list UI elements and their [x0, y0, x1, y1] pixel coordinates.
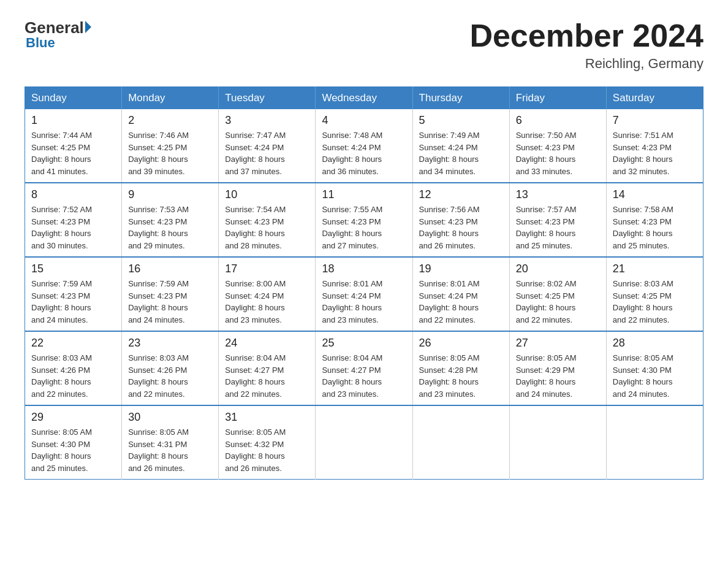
table-row: 28Sunrise: 8:05 AMSunset: 4:30 PMDayligh…: [606, 331, 703, 405]
day-info-line: Daylight: 8 hours: [225, 450, 309, 462]
day-number: 19: [419, 262, 503, 275]
day-info-line: and 26 minutes.: [419, 240, 503, 252]
day-number: 11: [322, 188, 406, 201]
day-info: Sunrise: 7:51 AMSunset: 4:23 PMDaylight:…: [613, 129, 697, 177]
col-thursday: Thursday: [412, 87, 509, 110]
table-row: 11Sunrise: 7:55 AMSunset: 4:23 PMDayligh…: [316, 183, 412, 257]
day-info-line: Sunset: 4:24 PM: [322, 290, 406, 302]
day-info-line: Sunrise: 7:57 AM: [516, 204, 600, 216]
day-info: Sunrise: 7:59 AMSunset: 4:23 PMDaylight:…: [128, 278, 212, 326]
day-info-line: Sunrise: 8:05 AM: [225, 426, 309, 439]
table-row: 25Sunrise: 8:04 AMSunset: 4:27 PMDayligh…: [316, 331, 412, 405]
location-subtitle: Reichling, Germany: [469, 56, 703, 72]
table-row: 5Sunrise: 7:49 AMSunset: 4:24 PMDaylight…: [412, 109, 509, 183]
day-number: 28: [613, 337, 697, 350]
table-row: 19Sunrise: 8:01 AMSunset: 4:24 PMDayligh…: [412, 257, 509, 331]
day-info-line: and 23 minutes.: [225, 314, 309, 326]
table-row: 2Sunrise: 7:46 AMSunset: 4:25 PMDaylight…: [122, 109, 219, 183]
day-info-line: Daylight: 8 hours: [516, 153, 600, 166]
day-info-line: Sunrise: 8:05 AM: [31, 426, 115, 439]
day-info: Sunrise: 8:05 AMSunset: 4:32 PMDaylight:…: [225, 426, 309, 474]
day-info-line: Sunrise: 8:05 AM: [516, 352, 600, 364]
day-info-line: Sunset: 4:32 PM: [225, 439, 309, 451]
calendar-week-row: 22Sunrise: 8:03 AMSunset: 4:26 PMDayligh…: [25, 331, 703, 405]
day-info-line: and 22 minutes.: [419, 314, 503, 326]
day-info-line: Sunrise: 8:01 AM: [419, 278, 503, 290]
day-info: Sunrise: 7:50 AMSunset: 4:23 PMDaylight:…: [516, 129, 600, 177]
day-info-line: Sunrise: 7:44 AM: [31, 129, 115, 142]
day-info-line: and 22 minutes.: [516, 314, 600, 326]
day-number: 13: [516, 188, 600, 201]
day-number: 27: [516, 337, 600, 350]
day-number: 1: [31, 114, 115, 127]
col-wednesday: Wednesday: [316, 87, 412, 110]
col-friday: Friday: [509, 87, 606, 110]
day-info-line: Daylight: 8 hours: [419, 376, 503, 388]
day-info: Sunrise: 8:02 AMSunset: 4:25 PMDaylight:…: [516, 278, 600, 326]
day-info: Sunrise: 8:03 AMSunset: 4:25 PMDaylight:…: [613, 278, 697, 326]
day-info-line: and 25 minutes.: [516, 240, 600, 252]
day-info-line: and 24 minutes.: [128, 314, 212, 326]
day-info-line: and 24 minutes.: [516, 388, 600, 400]
calendar-week-row: 15Sunrise: 7:59 AMSunset: 4:23 PMDayligh…: [25, 257, 703, 331]
day-info-line: Daylight: 8 hours: [225, 228, 309, 240]
day-info-line: and 29 minutes.: [128, 240, 212, 252]
day-info-line: and 24 minutes.: [31, 314, 115, 326]
logo-triangle-icon: [85, 21, 91, 33]
table-row: 1Sunrise: 7:44 AMSunset: 4:25 PMDaylight…: [25, 109, 122, 183]
day-info-line: Sunset: 4:24 PM: [419, 142, 503, 154]
day-info-line: Daylight: 8 hours: [225, 376, 309, 388]
day-number: 7: [613, 114, 697, 127]
day-info-line: and 23 minutes.: [419, 388, 503, 400]
day-info-line: Daylight: 8 hours: [225, 302, 309, 314]
day-info-line: Sunset: 4:23 PM: [322, 216, 406, 228]
day-info: Sunrise: 8:05 AMSunset: 4:30 PMDaylight:…: [31, 426, 115, 474]
table-row: 26Sunrise: 8:05 AMSunset: 4:28 PMDayligh…: [412, 331, 509, 405]
day-info-line: and 25 minutes.: [613, 240, 697, 252]
day-info: Sunrise: 7:57 AMSunset: 4:23 PMDaylight:…: [516, 204, 600, 251]
day-number: 21: [613, 262, 697, 275]
day-info: Sunrise: 8:04 AMSunset: 4:27 PMDaylight:…: [322, 352, 406, 400]
day-info-line: Sunrise: 7:53 AM: [128, 204, 212, 216]
day-info-line: Daylight: 8 hours: [322, 153, 406, 166]
day-info-line: Sunrise: 8:00 AM: [225, 278, 309, 290]
table-row: 31Sunrise: 8:05 AMSunset: 4:32 PMDayligh…: [219, 405, 316, 480]
day-info-line: Sunset: 4:23 PM: [225, 216, 309, 228]
table-row: 20Sunrise: 8:02 AMSunset: 4:25 PMDayligh…: [509, 257, 606, 331]
day-info: Sunrise: 7:47 AMSunset: 4:24 PMDaylight:…: [225, 129, 309, 177]
day-info-line: Sunset: 4:23 PM: [516, 142, 600, 154]
day-number: 4: [322, 114, 406, 127]
day-info-line: Sunrise: 8:04 AM: [225, 352, 309, 364]
day-info-line: Daylight: 8 hours: [31, 228, 115, 240]
day-info: Sunrise: 7:53 AMSunset: 4:23 PMDaylight:…: [128, 204, 212, 251]
day-info-line: Sunset: 4:30 PM: [613, 364, 697, 377]
day-info-line: and 30 minutes.: [31, 240, 115, 252]
day-info: Sunrise: 7:55 AMSunset: 4:23 PMDaylight:…: [322, 204, 406, 251]
day-info: Sunrise: 7:46 AMSunset: 4:25 PMDaylight:…: [128, 129, 212, 177]
day-number: 9: [128, 188, 212, 201]
table-row: 21Sunrise: 8:03 AMSunset: 4:25 PMDayligh…: [606, 257, 703, 331]
day-info-line: Daylight: 8 hours: [31, 376, 115, 388]
table-row: 22Sunrise: 8:03 AMSunset: 4:26 PMDayligh…: [25, 331, 122, 405]
table-row: 16Sunrise: 7:59 AMSunset: 4:23 PMDayligh…: [122, 257, 219, 331]
table-row: 9Sunrise: 7:53 AMSunset: 4:23 PMDaylight…: [122, 183, 219, 257]
logo: General Blue: [25, 18, 91, 51]
day-info-line: Sunset: 4:23 PM: [613, 142, 697, 154]
day-info-line: Daylight: 8 hours: [613, 228, 697, 240]
day-info-line: and 36 minutes.: [322, 166, 406, 178]
day-number: 5: [419, 114, 503, 127]
day-info-line: Sunrise: 7:49 AM: [419, 129, 503, 142]
day-info-line: Sunrise: 8:03 AM: [31, 352, 115, 364]
day-info-line: Daylight: 8 hours: [322, 228, 406, 240]
page-header: General Blue December 2024 Reichling, Ge…: [25, 18, 703, 72]
day-info-line: Sunset: 4:28 PM: [419, 364, 503, 377]
day-info-line: Sunrise: 8:03 AM: [128, 352, 212, 364]
day-info: Sunrise: 7:54 AMSunset: 4:23 PMDaylight:…: [225, 204, 309, 251]
table-row: 3Sunrise: 7:47 AMSunset: 4:24 PMDaylight…: [219, 109, 316, 183]
day-info-line: Sunset: 4:27 PM: [225, 364, 309, 377]
day-info-line: Sunset: 4:23 PM: [31, 290, 115, 302]
day-info: Sunrise: 8:05 AMSunset: 4:31 PMDaylight:…: [128, 426, 212, 474]
day-info-line: Sunrise: 7:56 AM: [419, 204, 503, 216]
table-row: 14Sunrise: 7:58 AMSunset: 4:23 PMDayligh…: [606, 183, 703, 257]
day-info-line: Sunrise: 7:54 AM: [225, 204, 309, 216]
